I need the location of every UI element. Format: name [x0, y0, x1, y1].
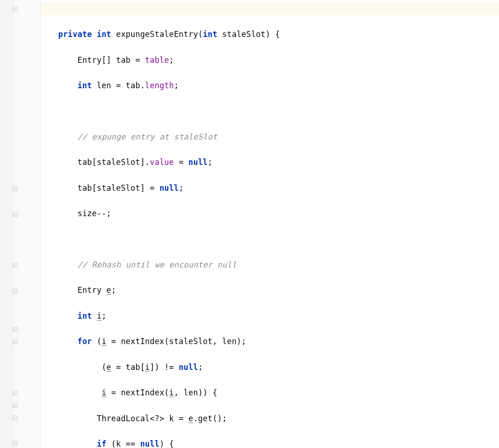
fold-toggle-icon[interactable]: [13, 187, 18, 191]
code-line[interactable]: for (i = nextIndex(staleSlot, len);: [58, 335, 499, 348]
code-line[interactable]: Entry e;: [58, 284, 499, 297]
fold-toggle-icon[interactable]: [13, 391, 18, 395]
gutter-inner: [12, 0, 40, 448]
fold-toggle-icon[interactable]: [13, 263, 18, 267]
fold-toggle-icon[interactable]: [13, 339, 18, 344]
code-line[interactable]: [58, 233, 499, 246]
fold-toggle-icon[interactable]: [13, 289, 18, 293]
code-line[interactable]: [58, 105, 499, 118]
code-line[interactable]: int i;: [58, 310, 499, 323]
code-line[interactable]: int len = tab.length;: [58, 79, 499, 92]
code-line[interactable]: size--;: [58, 207, 499, 220]
code-editor[interactable]: private int expungeStaleEntry(int staleS…: [0, 0, 499, 448]
code-line[interactable]: Entry[] tab = table;: [58, 54, 499, 67]
code-line[interactable]: i = nextIndex(i, len)) {: [58, 387, 499, 400]
fold-toggle-icon[interactable]: [13, 6, 18, 11]
fold-toggle-icon[interactable]: [13, 416, 18, 420]
code-line[interactable]: if (k == null) {: [58, 438, 499, 448]
fold-toggle-icon[interactable]: [13, 441, 18, 446]
code-area[interactable]: private int expungeStaleEntry(int staleS…: [41, 0, 499, 448]
code-line[interactable]: (e = tab[i]) != null;: [58, 361, 499, 374]
fold-toggle-icon[interactable]: [13, 212, 18, 217]
code-line[interactable]: private int expungeStaleEntry(int staleS…: [58, 28, 499, 41]
fold-toggle-icon[interactable]: [13, 327, 18, 332]
code-line[interactable]: // Rehash until we encounter null: [58, 259, 499, 272]
code-line[interactable]: tab[staleSlot] = null;: [58, 182, 499, 195]
code-line[interactable]: ThreadLocal<?> k = e.get();: [58, 412, 499, 425]
highlighted-line-bg: [41, 3, 499, 15]
gutter[interactable]: [0, 0, 41, 448]
code-line[interactable]: tab[staleSlot].value = null;: [58, 156, 499, 169]
code-line[interactable]: // expunge entry at staleSlot: [58, 131, 499, 144]
fold-toggle-icon[interactable]: [13, 403, 18, 408]
